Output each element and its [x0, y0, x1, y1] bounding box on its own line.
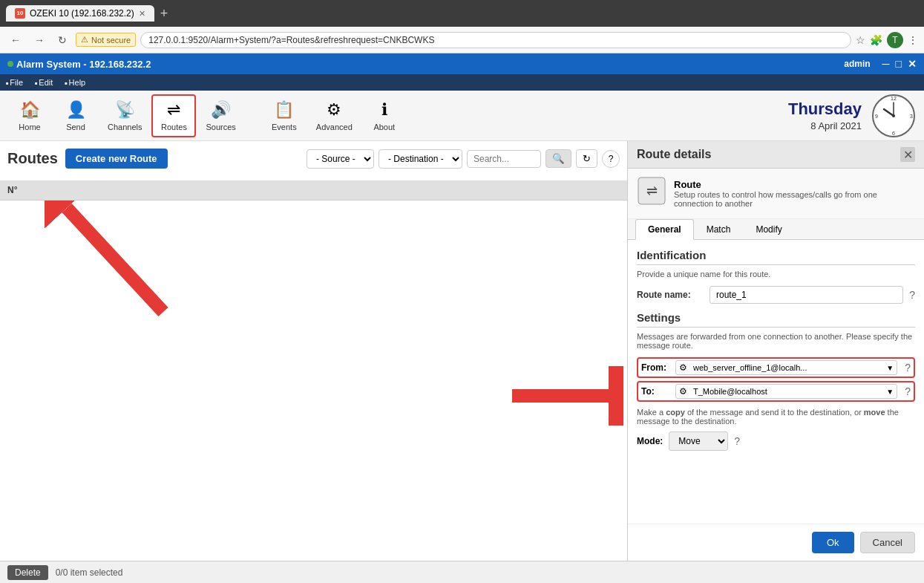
toolbar-sources[interactable]: 🔊 Sources [197, 95, 243, 137]
source-filter[interactable]: - Source - [307, 149, 374, 169]
settings-title: Settings [637, 311, 915, 328]
admin-label: admin [844, 59, 870, 69]
menu-file[interactable]: File [6, 78, 23, 87]
app-window: Alarm System - 192.168.232.2 admin ─ □ ✕… [0, 53, 924, 583]
to-select[interactable]: ⚙ T_Mobile@localhost ▼ [675, 384, 897, 399]
clock-day: Thursday [788, 100, 862, 118]
svg-point-7 [892, 114, 895, 117]
sources-label: Sources [206, 123, 235, 131]
menu-btn[interactable]: ⋮ [908, 34, 918, 46]
table-header: N° [0, 180, 627, 201]
routes-header: Routes Create new Route - Source - - Des… [0, 141, 627, 173]
to-value: T_Mobile@localhost [693, 387, 883, 396]
warning-icon: ⚠ [81, 35, 88, 45]
minimize-btn[interactable]: ─ [882, 58, 890, 70]
browser-controls: ← → ↻ ⚠ Not secure 127.0.0.1:9520/Alarm+… [0, 27, 924, 53]
copy-word: copy [666, 408, 685, 417]
send-icon: 👤 [66, 100, 86, 120]
tab-modify[interactable]: Modify [743, 219, 794, 240]
menu-edit[interactable]: Edit [35, 78, 53, 87]
address-bar[interactable]: 127.0.0.1:9520/Alarm+System/?a=Routes&re… [140, 32, 851, 48]
routes-label: Routes [161, 123, 187, 131]
toolbar-advanced[interactable]: ⚙ Advanced [308, 95, 361, 137]
browser-actions: ☆ 🧩 T ⋮ [856, 32, 918, 48]
about-label: About [373, 123, 395, 131]
toolbar-home[interactable]: 🏠 Home [7, 95, 52, 137]
destination-filter[interactable]: - Destination - [379, 149, 462, 169]
table-col-n: N° [7, 185, 17, 195]
toolbar-about[interactable]: ℹ About [362, 95, 407, 137]
forward-btn[interactable]: → [30, 31, 49, 49]
from-value: web_server_offline_1@localh... [693, 363, 883, 372]
to-help-icon[interactable]: ? [905, 385, 911, 397]
about-icon: ℹ [381, 100, 387, 120]
route-name-label: Route name: [637, 290, 704, 300]
ok-btn[interactable]: Ok [812, 532, 854, 553]
details-body: Identification Provide a unique name for… [628, 240, 924, 524]
bottom-bar: Delete 0/0 item selected [0, 561, 924, 583]
svg-text:12: 12 [891, 96, 897, 101]
to-dropdown-icon[interactable]: ▼ [886, 388, 894, 396]
tab-favicon: 10 [15, 8, 25, 19]
tab-close-btn[interactable]: ✕ [139, 9, 145, 19]
from-row: From: ⚙ web_server_offline_1@localh... ▼… [637, 357, 915, 378]
route-details-panel: Route details ✕ ⇌ Route Setup routes to … [627, 141, 924, 561]
security-warning: ⚠ Not secure [76, 33, 136, 47]
move-word: move [864, 408, 885, 417]
events-icon: 📋 [274, 100, 294, 120]
tab-title: OZEKI 10 (192.168.232.2) [30, 8, 134, 19]
menu-bar: File Edit Help [0, 74, 924, 91]
home-icon: 🏠 [20, 100, 40, 120]
refresh-btn[interactable]: ↻ [53, 31, 71, 49]
toolbar-routes[interactable]: ⇌ Routes [151, 94, 196, 137]
clock-date: 8 April 2021 [810, 120, 862, 131]
route-info-text: Route Setup routes to control how messag… [674, 179, 915, 208]
toolbar-events[interactable]: 📋 Events [262, 95, 307, 137]
from-help-icon[interactable]: ? [905, 362, 911, 374]
profile-btn[interactable]: T [887, 32, 903, 48]
mode-help-icon[interactable]: ? [734, 435, 740, 447]
extensions-btn[interactable]: 🧩 [870, 34, 882, 46]
status-dot [7, 61, 13, 67]
settings-section: Settings Messages are forwarded from one… [637, 311, 915, 451]
help-btn-routes[interactable]: ? [602, 150, 620, 168]
route-name-help-icon[interactable]: ? [909, 289, 915, 301]
svg-text:9: 9 [875, 114, 878, 119]
route-name-input[interactable] [710, 286, 903, 304]
search-btn[interactable]: 🔍 [545, 149, 571, 168]
close-panel-btn[interactable]: ✕ [900, 147, 915, 162]
tab-general[interactable]: General [635, 219, 694, 240]
back-btn[interactable]: ← [6, 31, 25, 49]
from-select[interactable]: ⚙ web_server_offline_1@localh... ▼ [675, 360, 897, 375]
cancel-btn[interactable]: Cancel [860, 532, 915, 553]
search-input[interactable] [467, 150, 541, 168]
events-label: Events [272, 123, 297, 131]
from-dropdown-icon[interactable]: ▼ [886, 364, 894, 372]
copy-text-1: Make a [637, 408, 666, 417]
maximize-btn[interactable]: □ [896, 58, 902, 70]
browser-tab[interactable]: 10 OZEKI 10 (192.168.232.2) ✕ [6, 5, 154, 22]
route-icon: ⇌ [637, 176, 666, 211]
create-route-btn[interactable]: Create new Route [65, 149, 168, 169]
sources-icon: 🔊 [211, 100, 231, 120]
mode-select[interactable]: Move Copy [669, 431, 728, 451]
route-description: Setup routes to control how messages/cal… [674, 190, 915, 208]
tab-match[interactable]: Match [694, 219, 744, 240]
toolbar-channels[interactable]: 📡 Channels [99, 95, 150, 137]
menu-help[interactable]: Help [65, 78, 85, 87]
svg-text:6: 6 [892, 131, 895, 136]
main-content: Routes Create new Route - Source - - Des… [0, 141, 924, 561]
browser-chrome: 10 OZEKI 10 (192.168.232.2) ✕ + [0, 0, 924, 27]
home-label: Home [19, 123, 40, 131]
new-tab-btn[interactable]: + [160, 6, 168, 22]
bookmark-btn[interactable]: ☆ [856, 34, 865, 46]
gear-icon-from: ⚙ [679, 362, 687, 373]
route-name-row: Route name: ? [637, 286, 915, 304]
svg-text:3: 3 [910, 114, 913, 119]
toolbar-send[interactable]: 👤 Send [53, 95, 98, 137]
close-app-btn[interactable]: ✕ [908, 58, 917, 70]
delete-btn[interactable]: Delete [7, 565, 48, 580]
selection-info: 0/0 item selected [56, 567, 123, 578]
mode-label: Mode: [637, 436, 663, 446]
refresh-btn-routes[interactable]: ↻ [576, 149, 597, 168]
